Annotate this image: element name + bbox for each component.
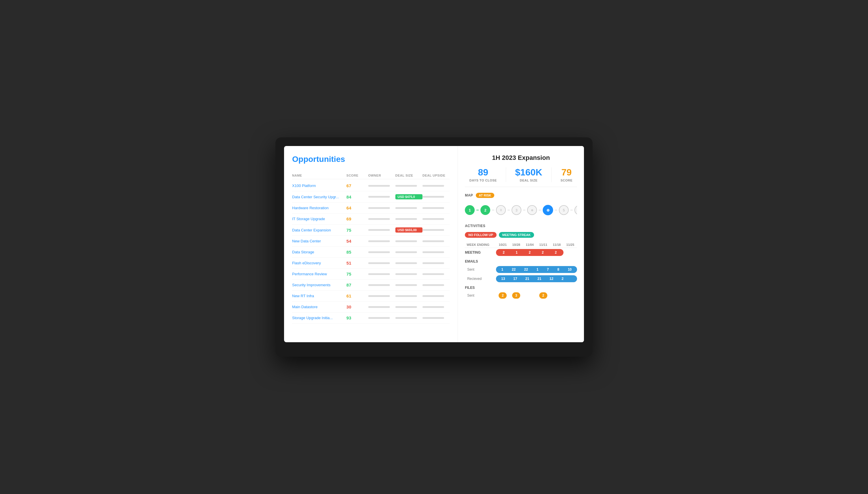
row-name: Storage Upgrade Initia... — [292, 316, 346, 320]
activity-badges: NO FOLLOW UP MEETING STREAK — [465, 232, 577, 238]
bar — [422, 306, 444, 308]
step-2: 2 — [480, 205, 490, 215]
meeting-bar-cell: 2 1 2 2 2 — [496, 248, 564, 258]
file-cell-1111: 2 — [536, 291, 550, 300]
dealsize-bar — [395, 207, 422, 209]
activities-table: WEEK ENDING 10/21 10/28 11/04 11/11 11/1… — [465, 242, 577, 300]
map-section-header: MAP AT RISK — [465, 193, 577, 198]
score-value: 79 — [560, 167, 573, 177]
bar — [368, 295, 390, 297]
row-name: X100 Platform — [292, 184, 346, 188]
bar — [368, 240, 390, 242]
week-1021: 10/21 — [496, 242, 510, 248]
map-label: MAP — [465, 193, 473, 197]
table-row[interactable]: Hardware Restoration64 — [292, 203, 450, 213]
row-name: Hardware Restoration — [292, 206, 346, 210]
col-owner: OWNER — [368, 174, 395, 177]
table-row[interactable]: X100 Platform67 — [292, 180, 450, 191]
bar — [422, 207, 444, 209]
deal-badge: USD $475,0 — [395, 194, 422, 200]
table-row[interactable]: Storage Upgrade Initia...93 — [292, 312, 450, 323]
table-row[interactable]: Flash eDiscovery51 — [292, 258, 450, 269]
bar — [368, 218, 390, 220]
dealsize-bar — [395, 306, 422, 308]
connector-1 — [476, 210, 479, 210]
bar — [368, 229, 390, 231]
file-cell-1104 — [523, 291, 537, 300]
deal-value: $160K — [515, 167, 542, 177]
row-score: 61 — [346, 293, 368, 298]
table-row[interactable]: New RT Infra61 — [292, 290, 450, 302]
screen: Opportunities NAME SCORE OWNER DEAL SIZE… — [284, 146, 584, 342]
connector-5 — [539, 210, 541, 210]
table-row[interactable]: Main Datastore30 — [292, 302, 450, 312]
bar — [368, 273, 390, 275]
table-header: NAME SCORE OWNER DEAL SIZE DEAL UPSIDE — [292, 172, 450, 179]
week-1111: 11/11 — [536, 242, 550, 248]
dealsize-bar — [395, 251, 422, 253]
bar — [395, 306, 417, 308]
table-row[interactable]: New Data Center54 — [292, 236, 450, 247]
table-row[interactable]: IT Storage Upgrade69 — [292, 213, 450, 225]
detail-title: 1H 2023 Expansion — [465, 154, 577, 162]
activities-header: ACTIVITIES — [465, 224, 577, 228]
row-score: 75 — [346, 271, 368, 277]
row-score: 67 — [346, 183, 368, 188]
emails-sent-row: Sent 1 22 22 1 7 8 10 — [465, 265, 577, 274]
bar — [368, 185, 390, 187]
bar — [422, 196, 444, 198]
emails-empty — [496, 257, 577, 265]
dealupside-bar — [422, 185, 450, 187]
dealupside-bar — [422, 262, 450, 264]
score-label: SCORE — [560, 178, 573, 182]
owner-bar — [368, 185, 395, 187]
page-title: Opportunities — [292, 155, 450, 164]
row-name: Main Datastore — [292, 305, 346, 309]
bar — [395, 317, 417, 319]
bar — [395, 185, 417, 187]
step-4-icon: ⊗ — [527, 205, 537, 215]
file-pill-1111: 2 — [539, 292, 547, 299]
files-sent-row: Sent232 — [465, 291, 577, 300]
bar — [368, 207, 390, 209]
metric-divider-1 — [506, 167, 506, 182]
owner-bar — [368, 284, 395, 286]
days-label: DAYS TO CLOSE — [470, 178, 497, 182]
received-label: Recieved — [465, 274, 496, 283]
bar — [422, 218, 444, 220]
owner-bar — [368, 273, 395, 275]
step-0: 0 — [496, 205, 506, 215]
dealsize-bar — [395, 317, 422, 319]
connector-2 — [492, 210, 494, 210]
table-row[interactable]: Data Center Security Upgr...84USD $475,0 — [292, 191, 450, 203]
bar — [395, 284, 417, 286]
step-6-icon: ⊗ — [574, 205, 577, 215]
table-row[interactable]: Data Storage85 — [292, 247, 450, 258]
bar — [395, 262, 417, 264]
table-row[interactable]: Security Improvements87 — [292, 280, 450, 290]
dealupside-bar — [422, 196, 450, 198]
bar — [422, 273, 444, 275]
table-row[interactable]: Performance Review75 — [292, 269, 450, 280]
deal-badge: USD $655,00 — [395, 227, 422, 232]
dealsize-bar — [395, 185, 422, 187]
metric-divider-2 — [551, 167, 552, 182]
row-name: Security Improvements — [292, 283, 346, 287]
bar — [368, 306, 390, 308]
bar — [395, 218, 417, 220]
bar — [395, 273, 417, 275]
file-pill-1021: 2 — [499, 292, 507, 299]
map-steps: 1 2 0 3 ⊗ ⊕ 5 ⊗ ⊕ — [465, 202, 577, 218]
bar — [395, 251, 417, 253]
bar — [422, 295, 444, 297]
meeting-streak-badge: MEETING STREAK — [499, 232, 534, 238]
bar — [422, 317, 444, 319]
bar — [395, 207, 417, 209]
file-pill-1028: 3 — [512, 292, 520, 299]
table-row[interactable]: Data Center Expansion75USD $655,00 — [292, 225, 450, 236]
meeting-label: MEETING — [465, 248, 496, 258]
file-cell-1125 — [564, 291, 577, 300]
row-score: 51 — [346, 261, 368, 265]
bar — [422, 284, 444, 286]
left-panel: Opportunities NAME SCORE OWNER DEAL SIZE… — [284, 146, 458, 342]
